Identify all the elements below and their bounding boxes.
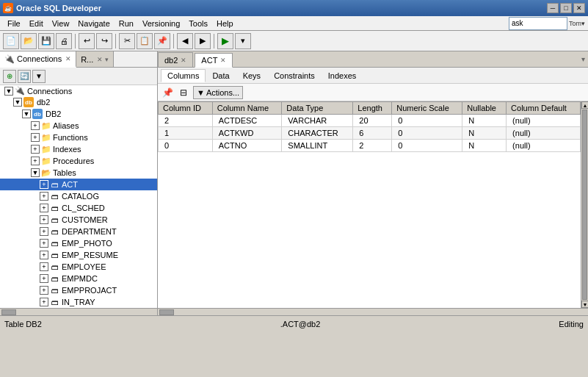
tree-node-indexes[interactable]: + 📁 Indexes [0, 143, 157, 155]
run-button[interactable]: ▶ [217, 33, 233, 49]
EMP_RESUME-table-icon: 🗃 [50, 250, 60, 260]
menu-help[interactable]: Help [212, 18, 238, 29]
redo-button[interactable]: ↪ [96, 33, 112, 49]
connections-expand-icon[interactable]: ▼ [4, 87, 13, 96]
scroll-thumb[interactable] [582, 109, 587, 300]
EMP_PHOTO-expand-icon[interactable]: + [40, 239, 48, 248]
tree-area[interactable]: ▼ 🔌 Connections ▼ db db2 ▼ db DB2 [0, 85, 157, 308]
tree-node-CUSTOMER[interactable]: + 🗃 CUSTOMER [0, 214, 157, 226]
filter-button[interactable]: ▼ [32, 70, 46, 83]
left-panel-scrollbar[interactable] [0, 308, 157, 315]
run-dropdown[interactable]: ▾ [235, 33, 251, 49]
indexes-expand-icon[interactable]: + [31, 145, 40, 154]
tree-node-EMPMDC[interactable]: + 🗃 EMPMDC [0, 273, 157, 284]
minimize-button[interactable]: ─ [547, 3, 559, 13]
new-button[interactable]: 📄 [3, 33, 19, 49]
EMPMDC-expand-icon[interactable]: + [40, 274, 48, 283]
paste-button[interactable]: 📌 [154, 33, 170, 49]
DEPARTMENT-expand-icon[interactable]: + [40, 227, 48, 236]
tree-node-tables[interactable]: ▼ 📂 Tables [0, 167, 157, 179]
tree-node-IN_TRAY[interactable]: + 🗃 IN_TRAY [0, 296, 157, 308]
undo-button[interactable]: ↩ [79, 33, 95, 49]
copy-button[interactable]: 📋 [137, 33, 153, 49]
tree-node-EMPPROJACT[interactable]: + 🗃 EMPPROJACT [0, 284, 157, 296]
freeze-button[interactable]: 📌 [161, 86, 174, 99]
EMPLOYEE-expand-icon[interactable]: + [40, 262, 48, 271]
CUSTOMER-expand-icon[interactable]: + [40, 215, 48, 224]
procedures-expand-icon[interactable]: + [31, 157, 40, 165]
DB2-expand-icon[interactable]: ▼ [22, 109, 31, 118]
maximize-button[interactable]: □ [560, 3, 572, 13]
actions-button[interactable]: ▼ Actions... [193, 86, 243, 99]
tab-columns[interactable]: Columns [161, 69, 206, 82]
tree-node-EMP_RESUME[interactable]: + 🗃 EMP_RESUME [0, 249, 157, 261]
detach-button[interactable]: ⊟ [177, 86, 190, 99]
tab-keys[interactable]: Keys [236, 69, 267, 82]
r-tab-close[interactable]: ✕ [97, 56, 103, 63]
table-row[interactable]: 0 ACTNO SMALLINT 2 0 N (null) [159, 140, 581, 152]
tree-node-ACT[interactable]: + 🗃 ACT [0, 179, 157, 190]
EMPPROJACT-expand-icon[interactable]: + [40, 286, 48, 295]
CATALOG-expand-icon[interactable]: + [40, 192, 48, 201]
tree-node-aliases[interactable]: + 📁 Aliases [0, 120, 157, 132]
col-header-id: Column ID [159, 102, 213, 115]
tab-indexes[interactable]: Indexes [322, 69, 363, 82]
table-row[interactable]: 1 ACTKWD CHARACTER 6 0 N (null) [159, 127, 581, 140]
table-scroll-area[interactable]: Column ID Column Name Data Type Length N… [158, 101, 588, 308]
menu-tools[interactable]: Tools [184, 18, 212, 29]
menu-edit[interactable]: Edit [25, 18, 48, 29]
tree-node-db2[interactable]: ▼ db db2 [0, 96, 157, 108]
menu-view[interactable]: View [48, 18, 74, 29]
tree-node-CATALOG[interactable]: + 🗃 CATALOG [0, 190, 157, 202]
refresh-button[interactable]: 🔄 [18, 70, 31, 83]
aliases-expand-icon[interactable]: + [31, 121, 40, 130]
tables-expand-icon[interactable]: ▼ [31, 168, 40, 177]
tree-node-CL_SCHED[interactable]: + 🗃 CL_SCHED [0, 202, 157, 214]
tree-node-DB2[interactable]: ▼ db DB2 [0, 108, 157, 120]
search-input[interactable] [509, 17, 567, 30]
status-right: Editing [559, 320, 584, 328]
connections-tab-close[interactable]: ✕ [65, 55, 71, 62]
table-row[interactable]: 2 ACTDESC VARCHAR 20 0 N (null) [159, 115, 581, 127]
tree-node-EMP_PHOTO[interactable]: + 🗃 EMP_PHOTO [0, 237, 157, 249]
r-tab[interactable]: R... ✕ ▾ [76, 51, 114, 67]
menu-versioning[interactable]: Versioning [138, 18, 184, 29]
tab-data[interactable]: Data [206, 69, 236, 82]
save-button[interactable]: 💾 [38, 33, 54, 49]
menu-file[interactable]: File [3, 18, 25, 29]
tab-dropdown-arrow[interactable]: ▾ [578, 54, 588, 65]
tree-node-EMPLOYEE[interactable]: + 🗃 EMPLOYEE [0, 261, 157, 273]
ACT-expand-icon[interactable]: + [40, 180, 48, 189]
menu-navigate[interactable]: Navigate [73, 18, 114, 29]
scroll-down-button[interactable]: ▼ [581, 301, 588, 308]
close-button[interactable]: ✕ [573, 3, 585, 13]
print-button[interactable]: 🖨 [56, 33, 72, 49]
EMP_RESUME-expand-icon[interactable]: + [40, 251, 48, 259]
tree-node-DEPARTMENT[interactable]: + 🗃 DEPARTMENT [0, 226, 157, 237]
connections-tab[interactable]: 🔌 Connections ✕ [0, 51, 76, 68]
forward-button[interactable]: ▶ [195, 33, 211, 49]
right-vertical-scrollbar[interactable]: ▲ ▼ [581, 101, 588, 308]
db2-expand-icon[interactable]: ▼ [13, 98, 22, 107]
r-tab-arrow[interactable]: ▾ [105, 56, 109, 63]
app-title: Oracle SQL Developer [16, 4, 101, 12]
tree-node-procedures[interactable]: + 📁 Procedures [0, 155, 157, 167]
tree-node-connections[interactable]: ▼ 🔌 Connections [0, 85, 157, 96]
cut-button[interactable]: ✂ [119, 33, 135, 49]
open-button[interactable]: 📂 [21, 33, 37, 49]
scroll-up-button[interactable]: ▲ [581, 101, 588, 109]
new-connection-button[interactable]: ⊕ [3, 70, 16, 83]
CL_SCHED-expand-icon[interactable]: + [40, 204, 48, 212]
db2-tab-close[interactable]: ✕ [181, 57, 186, 64]
tab-ACT[interactable]: ACT ✕ [195, 53, 233, 68]
back-button[interactable]: ◀ [177, 33, 193, 49]
tab-constraints[interactable]: Constraints [267, 69, 322, 82]
IN_TRAY-expand-icon[interactable]: + [40, 298, 48, 306]
horizontal-scrollbar[interactable] [158, 308, 588, 315]
ACT-tab-close[interactable]: ✕ [220, 57, 226, 64]
tree-node-functions[interactable]: + 📁 Functions [0, 132, 157, 143]
cell-name: ACTNO [212, 140, 282, 152]
functions-expand-icon[interactable]: + [31, 133, 40, 142]
menu-run[interactable]: Run [115, 18, 138, 29]
tab-db2[interactable]: db2 ✕ [158, 52, 193, 67]
